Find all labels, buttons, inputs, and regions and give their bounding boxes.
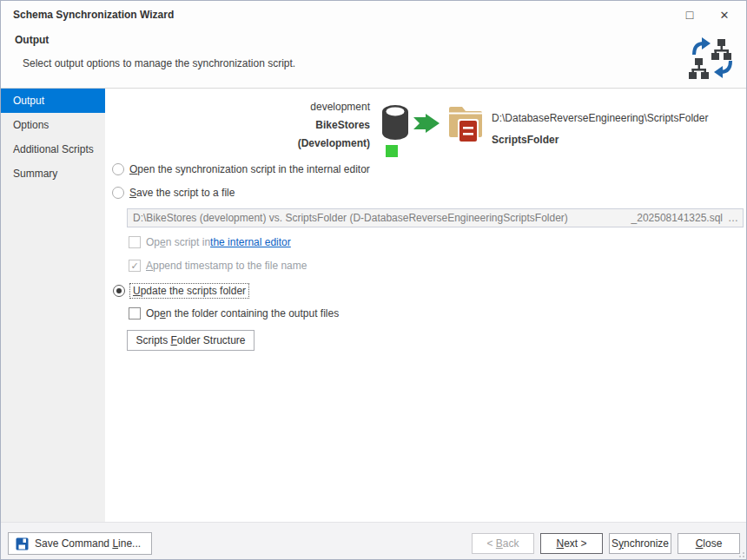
schema-synchronization-wizard-window: Schema Synchronization Wizard □ ✕ Output… xyxy=(0,0,747,560)
page-description: Select output options to manage the sync… xyxy=(23,57,295,69)
radio-circle[interactable] xyxy=(112,163,124,175)
checkbox-append-timestamp: ✓ Append timestamp to the file name xyxy=(129,260,307,272)
back-button: < Back xyxy=(472,533,534,554)
wizard-steps-sidebar: Output Options Additional Scripts Summar… xyxy=(1,89,105,522)
internal-editor-link[interactable]: the internal editor xyxy=(210,236,291,248)
database-icon xyxy=(379,103,412,143)
resize-grip[interactable] xyxy=(736,549,744,557)
checkbox-box xyxy=(129,236,141,248)
radio-update-scripts-folder-label: Update the scripts folder xyxy=(130,284,248,298)
next-button[interactable]: Next > xyxy=(540,533,603,554)
sidebar-item-output[interactable]: Output xyxy=(1,89,105,113)
source-connection-label: development xyxy=(235,98,370,116)
script-file-timestamp-suffix: _202508141325.sql xyxy=(631,212,723,224)
synchronize-button[interactable]: Synchronize xyxy=(609,533,671,554)
save-command-line-button[interactable]: Save Command Line... xyxy=(8,532,152,555)
page-title: Output xyxy=(15,34,49,46)
sidebar-item-additional-scripts[interactable]: Additional Scripts xyxy=(1,137,105,161)
close-button[interactable]: ✕ xyxy=(710,4,739,25)
schema-sync-icon xyxy=(687,34,737,82)
close-wizard-button[interactable]: Close xyxy=(678,533,740,554)
radio-save-to-file[interactable]: Save the script to a file xyxy=(112,187,235,199)
footer-bar: Save Command Line... < Back Next > Synch… xyxy=(1,522,746,559)
wizard-navigation-buttons: < Back Next > Synchronize Close xyxy=(472,533,740,554)
output-step-panel: development BikeStores (Development) D:\… xyxy=(105,89,747,522)
checkbox-append-timestamp-label: Append timestamp to the file name xyxy=(146,260,307,272)
source-database-label: BikeStores xyxy=(235,116,370,135)
target-name-label: ScriptsFolder xyxy=(492,129,708,151)
scripts-folder-icon xyxy=(449,103,486,145)
script-file-path-value: D:\BikeStores (development) vs. ScriptsF… xyxy=(133,212,631,224)
sidebar-item-summary[interactable]: Summary xyxy=(1,161,105,186)
save-command-line-label: Save Command Line... xyxy=(35,537,141,550)
sync-direction-arrow xyxy=(413,114,441,133)
maximize-button[interactable]: □ xyxy=(675,4,704,25)
connection-status-indicator xyxy=(386,145,398,157)
checkbox-open-script-internal-editor: Open script in the internal editor xyxy=(129,236,291,248)
radio-update-scripts-folder[interactable]: Update the scripts folder xyxy=(113,284,248,298)
checkbox-open-script-label: Open script in xyxy=(146,236,210,248)
radio-circle[interactable] xyxy=(113,285,125,297)
source-environment-label: (Development) xyxy=(235,135,370,153)
radio-circle[interactable] xyxy=(112,187,124,199)
radio-save-to-file-label: Save the script to a file xyxy=(129,187,235,199)
sidebar-item-options[interactable]: Options xyxy=(1,113,105,137)
checkbox-open-output-folder-label: Open the folder containing the output fi… xyxy=(146,307,339,320)
target-path-label: D:\DatabaseReverseEngineering\ScriptsFol… xyxy=(492,108,708,129)
radio-open-internal-editor[interactable]: Open the synchronization script in the i… xyxy=(112,163,370,175)
checkbox-box[interactable] xyxy=(129,307,141,320)
scripts-folder-structure-button[interactable]: Scripts Folder Structure xyxy=(127,330,255,351)
floppy-disk-icon xyxy=(16,537,29,550)
checkbox-box: ✓ xyxy=(129,260,141,272)
source-labels: development BikeStores (Development) xyxy=(235,98,370,153)
title-bar: Schema Synchronization Wizard □ ✕ xyxy=(1,1,746,27)
target-labels: D:\DatabaseReverseEngineering\ScriptsFol… xyxy=(492,108,708,151)
script-file-path-field[interactable]: D:\BikeStores (development) vs. ScriptsF… xyxy=(127,208,744,227)
checkbox-open-output-folder[interactable]: Open the folder containing the output fi… xyxy=(129,307,339,320)
browse-ellipsis-button[interactable]: … xyxy=(728,212,739,224)
checkmark-icon: ✓ xyxy=(130,260,138,272)
window-title: Schema Synchronization Wizard xyxy=(13,9,174,21)
radio-open-internal-editor-label: Open the synchronization script in the i… xyxy=(129,163,370,175)
